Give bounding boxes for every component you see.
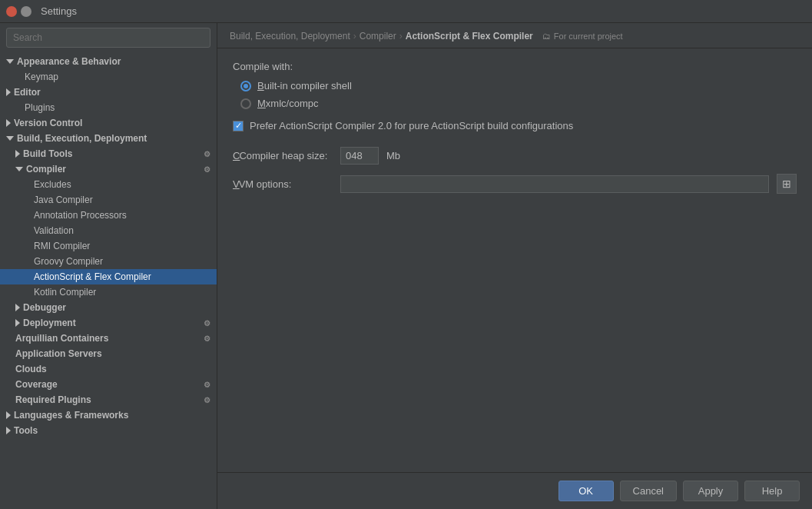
mb-label: Mb bbox=[386, 150, 400, 161]
main-layout: Appearance & Behavior Keymap Editor Plug… bbox=[0, 23, 812, 509]
sidebar-item-languages-frameworks[interactable]: Languages & Frameworks bbox=[0, 408, 217, 423]
close-button[interactable] bbox=[6, 6, 17, 17]
sidebar-item-editor[interactable]: Editor bbox=[0, 85, 217, 100]
sidebar-item-appearance-behavior[interactable]: Appearance & Behavior bbox=[0, 54, 217, 69]
sidebar-item-required-plugins[interactable]: Required Plugins ⚙ bbox=[0, 392, 217, 408]
checkbox-prefer[interactable] bbox=[233, 121, 244, 131]
sidebar-item-label: Build, Execution, Deployment bbox=[17, 133, 147, 144]
sidebar-item-label: RMI Compiler bbox=[34, 241, 90, 251]
sidebar-item-label: Editor bbox=[14, 87, 41, 98]
radio-row-mxmlc[interactable]: Mxmlc/compc bbox=[240, 98, 797, 109]
expand-icon bbox=[6, 411, 11, 419]
sidebar-item-label: Version Control bbox=[14, 118, 82, 128]
sidebar-item-deployment[interactable]: Deployment ⚙ bbox=[0, 315, 217, 331]
sidebar-item-build-execution-deployment[interactable]: Build, Execution, Deployment bbox=[0, 131, 217, 146]
breadcrumb-current: ActionScript & Flex Compiler bbox=[406, 31, 533, 42]
sidebar-tree: Appearance & Behavior Keymap Editor Plug… bbox=[0, 52, 217, 509]
sidebar-item-label: Plugins bbox=[25, 102, 55, 113]
sidebar-item-label: Coverage bbox=[15, 379, 58, 390]
radio-builtin-label: Built-in compiler shell bbox=[257, 80, 352, 91]
expand-icon bbox=[6, 427, 11, 434]
settings-gear-icon: ⚙ bbox=[204, 319, 210, 328]
heap-size-label: CCompiler heap size: bbox=[233, 150, 333, 161]
sidebar-item-arquillian-containers[interactable]: Arquillian Containers ⚙ bbox=[0, 331, 217, 346]
checkbox-row-prefer[interactable]: Prefer ActionScript Compiler 2.0 for pur… bbox=[233, 120, 797, 131]
sidebar-item-build-tools[interactable]: Build Tools ⚙ bbox=[0, 146, 217, 161]
sidebar-item-label: Deployment bbox=[23, 318, 76, 328]
expand-icon bbox=[6, 119, 11, 127]
expand-icon bbox=[15, 167, 23, 171]
breadcrumb-part1: Build, Execution, Deployment bbox=[230, 31, 350, 42]
window-controls bbox=[6, 6, 31, 17]
sidebar-item-label: Kotlin Compiler bbox=[34, 287, 96, 298]
breadcrumb: Build, Execution, Deployment › Compiler … bbox=[217, 23, 812, 48]
vm-options-input[interactable] bbox=[340, 175, 769, 193]
expand-icon bbox=[15, 319, 20, 327]
sidebar-item-excludes[interactable]: Excludes bbox=[0, 177, 217, 192]
cancel-button[interactable]: Cancel bbox=[620, 481, 677, 501]
radio-mxmlc-label: Mxmlc/compc bbox=[257, 98, 318, 109]
radio-row-builtin[interactable]: Built-in compiler shell bbox=[240, 80, 797, 91]
expand-icon bbox=[6, 88, 11, 96]
settings-gear-icon: ⚙ bbox=[204, 381, 210, 389]
sidebar-item-validation[interactable]: Validation bbox=[0, 223, 217, 238]
sidebar-item-label: ActionScript & Flex Compiler bbox=[34, 271, 151, 282]
form-content: Compile with: Built-in compiler shell Mx… bbox=[217, 48, 812, 472]
settings-gear-icon: ⚙ bbox=[204, 334, 210, 343]
form-row-vm-options: VVM options: ⊞ bbox=[233, 174, 797, 194]
radio-builtin[interactable] bbox=[240, 81, 251, 91]
sidebar-item-label: Application Servers bbox=[15, 348, 102, 359]
help-button[interactable]: Help bbox=[744, 481, 800, 501]
sidebar-item-label: Clouds bbox=[15, 364, 47, 374]
sidebar-item-java-compiler[interactable]: Java Compiler bbox=[0, 192, 217, 208]
sidebar-item-label: Languages & Frameworks bbox=[14, 410, 128, 421]
sidebar-item-label: Required Plugins bbox=[15, 394, 91, 405]
sidebar-item-keymap[interactable]: Keymap bbox=[0, 69, 217, 85]
breadcrumb-sep2: › bbox=[399, 31, 403, 42]
settings-gear-icon: ⚙ bbox=[204, 150, 210, 158]
window-title: Settings bbox=[41, 5, 77, 17]
sidebar-item-kotlin-compiler[interactable]: Kotlin Compiler bbox=[0, 284, 217, 300]
sidebar-item-label: Build Tools bbox=[23, 148, 72, 159]
sidebar-item-debugger[interactable]: Debugger bbox=[0, 300, 217, 315]
radio-mxmlc[interactable] bbox=[240, 98, 251, 109]
sidebar-item-actionscript-flex-compiler[interactable]: ActionScript & Flex Compiler bbox=[0, 269, 217, 284]
heap-size-input[interactable] bbox=[340, 147, 379, 165]
sidebar-item-label: Java Compiler bbox=[34, 195, 93, 205]
apply-button[interactable]: Apply bbox=[683, 481, 738, 501]
form-row-heap-size: CCompiler heap size: Mb bbox=[233, 147, 797, 165]
title-bar: Settings bbox=[0, 0, 812, 23]
bottom-bar: OK Cancel Apply Help bbox=[217, 472, 812, 509]
expand-icon bbox=[15, 304, 20, 311]
vm-options-label: VVM options: bbox=[233, 178, 333, 190]
radio-group-compile: Built-in compiler shell Mxmlc/compc bbox=[240, 80, 797, 109]
ok-button[interactable]: OK bbox=[558, 481, 614, 501]
expand-icon bbox=[6, 136, 14, 141]
sidebar-item-version-control[interactable]: Version Control bbox=[0, 115, 217, 131]
project-icon: 🗂 bbox=[542, 32, 551, 41]
checkbox-prefer-label: Prefer ActionScript Compiler 2.0 for pur… bbox=[250, 120, 573, 131]
sidebar-item-groovy-compiler[interactable]: Groovy Compiler bbox=[0, 254, 217, 269]
sidebar-item-compiler[interactable]: Compiler ⚙ bbox=[0, 161, 217, 177]
settings-gear-icon: ⚙ bbox=[204, 396, 210, 404]
sidebar-item-application-servers[interactable]: Application Servers bbox=[0, 346, 217, 361]
expand-icon bbox=[6, 59, 14, 64]
sidebar-item-label: Arquillian Containers bbox=[15, 333, 108, 344]
sidebar-item-label: Validation bbox=[34, 225, 74, 236]
expand-icon bbox=[15, 150, 20, 158]
expand-icon: ⊞ bbox=[782, 178, 791, 190]
sidebar-item-label: Appearance & Behavior bbox=[17, 56, 121, 67]
sidebar-item-plugins[interactable]: Plugins bbox=[0, 100, 217, 115]
sidebar-item-label: Annotation Processors bbox=[34, 210, 127, 221]
sidebar-item-coverage[interactable]: Coverage ⚙ bbox=[0, 377, 217, 392]
sidebar-item-clouds[interactable]: Clouds bbox=[0, 361, 217, 377]
sidebar-item-annotation-processors[interactable]: Annotation Processors bbox=[0, 208, 217, 223]
sidebar-item-tools[interactable]: Tools bbox=[0, 423, 217, 438]
for-current-project: 🗂 For current project bbox=[542, 32, 623, 41]
sidebar-item-rmi-compiler[interactable]: RMI Compiler bbox=[0, 238, 217, 254]
search-input[interactable] bbox=[6, 28, 210, 48]
minimize-button[interactable] bbox=[21, 6, 31, 17]
vm-expand-button[interactable]: ⊞ bbox=[777, 174, 797, 194]
sidebar-item-label: Compiler bbox=[26, 164, 66, 175]
sidebar: Appearance & Behavior Keymap Editor Plug… bbox=[0, 23, 217, 509]
